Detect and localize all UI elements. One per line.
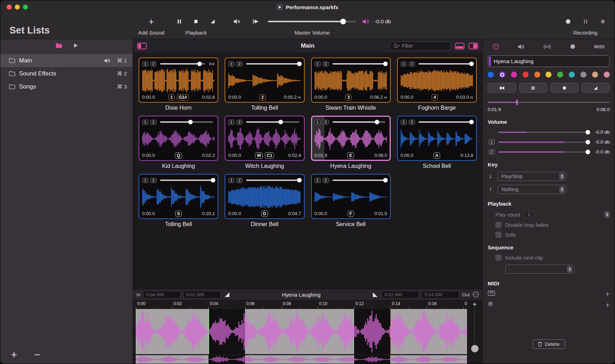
- layer-badge[interactable]: 1: [401, 120, 407, 125]
- record-pause-button[interactable]: [583, 19, 588, 24]
- color-dot[interactable]: [580, 72, 586, 78]
- delete-button[interactable]: Delete: [532, 339, 565, 349]
- layer-badge[interactable]: 1: [228, 120, 235, 125]
- disable-loop-fades-checkbox[interactable]: [495, 222, 501, 228]
- play-count-input[interactable]: 1: [523, 211, 535, 218]
- sound-tile[interactable]: 12 0:01.9 E 0:08.0 Hyena Laughing: [311, 116, 391, 170]
- record-button[interactable]: [565, 19, 571, 24]
- pause-all-button[interactable]: [177, 19, 182, 24]
- out-fade-input[interactable]: [382, 291, 419, 298]
- layer-badge[interactable]: 2: [236, 120, 243, 125]
- tile-volume-slider[interactable]: [419, 61, 471, 66]
- next-clip-dropdown[interactable]: [505, 265, 574, 274]
- setlist-item[interactable]: Main ⌘ 1: [0, 54, 133, 67]
- layer-badge[interactable]: 2: [323, 61, 329, 67]
- speaker-loud-icon[interactable]: [362, 19, 370, 24]
- key-down-dropdown[interactable]: Play/Stop: [498, 172, 567, 181]
- add-midi-trigger-button[interactable]: +: [605, 291, 610, 297]
- zoom-in-button[interactable]: +: [473, 300, 477, 309]
- remove-setlist-button[interactable]: −: [34, 350, 41, 360]
- sound-name-field[interactable]: Hyena Laughing: [488, 55, 610, 67]
- layer-badge[interactable]: 1: [315, 120, 321, 125]
- tab-info[interactable]: [493, 43, 499, 50]
- layer-badge[interactable]: 2: [150, 120, 157, 125]
- tile-volume-slider[interactable]: [160, 120, 213, 125]
- tile-volume-slider[interactable]: [160, 61, 205, 66]
- sound-tile[interactable]: 12 0:00.0 F 0:01.5 Service Bell: [311, 174, 391, 228]
- tile-volume-slider[interactable]: [246, 178, 299, 183]
- color-dot[interactable]: [523, 72, 529, 78]
- in-fade-input[interactable]: [183, 291, 221, 298]
- rewind-button[interactable]: [488, 83, 516, 93]
- tile-volume-slider[interactable]: [246, 120, 299, 125]
- out-marker[interactable]: [390, 309, 391, 354]
- tab-midi[interactable]: MIDI: [594, 44, 605, 49]
- layer-badge[interactable]: 1: [228, 61, 235, 67]
- layer-badge[interactable]: 2: [409, 120, 415, 125]
- layer-badge[interactable]: 1: [228, 178, 235, 183]
- layer-badge[interactable]: 2: [323, 178, 329, 183]
- tile-volume-slider[interactable]: [160, 178, 213, 183]
- tile-volume-slider[interactable]: [246, 61, 299, 66]
- editor-wave-area[interactable]: [136, 309, 467, 354]
- record-stop-button[interactable]: [600, 19, 605, 24]
- solo-checkbox[interactable]: [495, 232, 501, 238]
- play-setlist-button[interactable]: [74, 43, 78, 48]
- in-marker[interactable]: [208, 309, 209, 354]
- play-count-stepper[interactable]: [604, 211, 610, 218]
- sound-tile[interactable]: 12 0:00.0 D 0:04.7 Dinner Bell: [225, 174, 304, 228]
- layer-badge[interactable]: 1: [142, 120, 148, 125]
- layer-badge[interactable]: 2: [150, 178, 157, 183]
- out-time-input[interactable]: [422, 291, 459, 298]
- tile-volume-slider[interactable]: [333, 120, 385, 125]
- zoom-slider-knob[interactable]: [471, 345, 479, 352]
- close-window-button[interactable]: [7, 5, 12, 10]
- zoom-slider-track[interactable]: [474, 310, 475, 344]
- new-setlist-folder-button[interactable]: [55, 43, 62, 48]
- layer-badge[interactable]: 1: [401, 61, 407, 67]
- add-setlist-button[interactable]: +: [11, 350, 17, 360]
- progress-slider[interactable]: [488, 99, 610, 105]
- tile-volume-slider[interactable]: [419, 120, 471, 125]
- sound-tile[interactable]: 12 0:00.0 A 0:13.8 School Bell: [397, 116, 477, 170]
- fade-in-icon[interactable]: [224, 292, 231, 297]
- toggle-editor-icon[interactable]: [455, 43, 464, 49]
- layer-badge[interactable]: 2: [150, 61, 157, 67]
- master-volume-slider[interactable]: [268, 19, 356, 24]
- include-next-clip-checkbox[interactable]: [495, 255, 501, 261]
- color-dot[interactable]: [499, 72, 505, 78]
- editor-mini-strip[interactable]: [136, 355, 467, 364]
- add-midi-device-button[interactable]: +: [605, 302, 610, 308]
- color-dot[interactable]: [604, 72, 610, 78]
- tab-broadcast[interactable]: [543, 44, 551, 49]
- tab-record[interactable]: [570, 44, 576, 49]
- mute-icon[interactable]: [233, 19, 240, 24]
- layer-badge[interactable]: 1: [315, 61, 321, 67]
- sound-tile[interactable]: 12 0:00.0 WC1 0:02.4 Witch Laughing: [225, 116, 304, 170]
- sound-tile[interactable]: 12 0:00.0 3 0:06.2∞ Steam Train Whistle: [311, 57, 391, 111]
- color-dot[interactable]: [592, 72, 598, 78]
- tile-volume-slider[interactable]: [333, 61, 385, 66]
- key-up-dropdown[interactable]: Nothing: [498, 185, 567, 194]
- layer-badge[interactable]: 1: [142, 61, 148, 67]
- play-icon[interactable]: [252, 19, 259, 24]
- color-dot[interactable]: [569, 72, 575, 78]
- toggle-inspector-icon[interactable]: [469, 43, 478, 49]
- layer-badge[interactable]: 2: [236, 61, 243, 67]
- stop-all-button[interactable]: [193, 19, 199, 24]
- layer-badge[interactable]: 2: [409, 61, 415, 67]
- fade-out-icon[interactable]: [372, 292, 379, 297]
- layer-badge[interactable]: 1: [142, 178, 148, 183]
- in-time-input[interactable]: [143, 291, 181, 298]
- sound-tile[interactable]: 12 0:00.0 2 0:05.2∞ Tolling Bell: [225, 57, 304, 111]
- volume-slider[interactable]: [498, 150, 588, 154]
- volume-slider[interactable]: [498, 140, 588, 145]
- stop-button[interactable]: [550, 83, 579, 93]
- setlist-item[interactable]: Sound Effects ⌘ 2: [0, 67, 133, 80]
- setlist-item[interactable]: Songs ⌘ 3: [0, 80, 133, 93]
- color-dot[interactable]: [557, 72, 563, 78]
- toggle-sidebar-icon[interactable]: [137, 43, 147, 49]
- fade-all-button[interactable]: [210, 19, 215, 24]
- tab-audio[interactable]: [518, 44, 525, 49]
- layer-badge[interactable]: 1: [315, 178, 321, 183]
